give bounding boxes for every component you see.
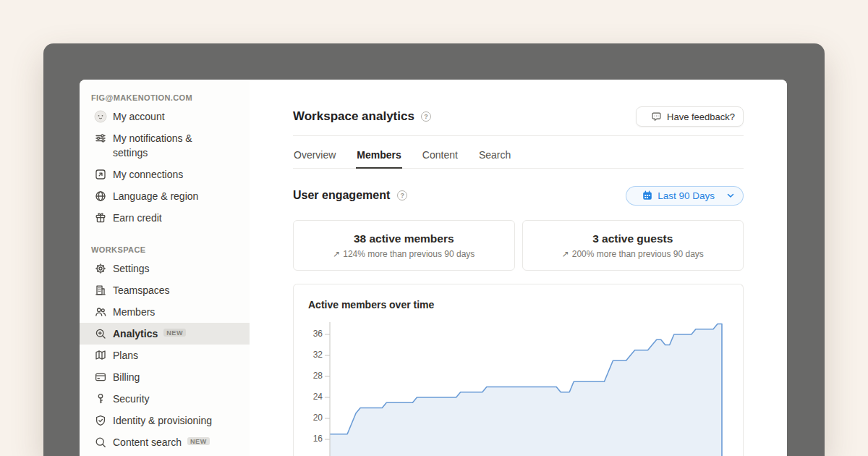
- header-divider: [293, 135, 744, 136]
- sidebar-item-teamspaces[interactable]: Teamspaces: [80, 279, 250, 301]
- chart-area-fill: [330, 324, 722, 456]
- stat-value: 38 active members: [354, 232, 454, 245]
- feedback-bubble-icon: [651, 111, 662, 122]
- sidebar-item-label: Content search: [113, 435, 182, 449]
- sidebar-item-label: Teamspaces: [113, 283, 170, 297]
- shield-check-icon: [94, 414, 107, 427]
- calendar-icon: [642, 190, 652, 200]
- macos-window: FIG@MAKENOTION.COM My account My notific…: [43, 43, 825, 456]
- window-titlebar: [43, 43, 825, 80]
- sidebar-item-label: Plans: [113, 348, 138, 363]
- sidebar-item-my-notifications-settings[interactable]: My notifications & settings: [80, 127, 250, 164]
- settings-modal: FIG@MAKENOTION.COM My account My notific…: [80, 80, 787, 456]
- tab-content[interactable]: Content: [422, 143, 459, 168]
- settings-content: Workspace analytics ? Have feedback? Ove…: [250, 80, 787, 456]
- analytics-tabs: OverviewMembersContentSearch: [293, 143, 744, 169]
- account-nav: My account My notifications & settings M…: [80, 106, 250, 229]
- sidebar-item-label: Settings: [113, 261, 150, 276]
- have-feedback-label: Have feedback?: [667, 111, 735, 122]
- magnifier-icon: [94, 436, 107, 449]
- globe-icon: [94, 190, 107, 203]
- sidebar-item-security[interactable]: Security: [80, 388, 250, 410]
- help-icon[interactable]: ?: [397, 190, 407, 200]
- sidebar-item-label: Members: [113, 305, 155, 319]
- avatar-icon: [94, 110, 107, 123]
- sidebar-item-members[interactable]: Members: [80, 301, 250, 323]
- sidebar-item-label: My connections: [113, 167, 183, 182]
- people-icon: [94, 305, 107, 318]
- key-icon: [94, 392, 107, 405]
- workspace-nav: Settings Teamspaces Members Analytics NE…: [80, 258, 250, 453]
- sidebar-item-label: Identity & provisioning: [113, 413, 212, 428]
- have-feedback-button[interactable]: Have feedback?: [636, 106, 744, 127]
- page-background: FIG@MAKENOTION.COM My account My notific…: [0, 0, 868, 456]
- gear-icon: [94, 262, 107, 275]
- new-badge: NEW: [187, 437, 210, 445]
- gift-icon: [94, 211, 107, 224]
- sliders-icon: [94, 132, 107, 145]
- stat-card: 3 active guests ↗ 200% more than previou…: [522, 220, 744, 271]
- sidebar-item-label: Language & region: [113, 189, 198, 203]
- sidebar-item-my-connections[interactable]: My connections: [80, 164, 250, 185]
- sidebar-item-identity-provisioning[interactable]: Identity & provisioning: [80, 410, 250, 431]
- tab-members[interactable]: Members: [356, 143, 401, 168]
- tab-overview[interactable]: Overview: [293, 143, 336, 168]
- chevron-down-icon: [727, 193, 734, 198]
- trend-up-icon: ↗: [333, 249, 340, 259]
- active-members-chart-card: Active members over time 363228242016: [293, 284, 744, 456]
- chart-plot-svg: [294, 284, 744, 456]
- tab-search[interactable]: Search: [478, 143, 511, 168]
- sidebar-item-content-search[interactable]: Content search NEW: [80, 431, 250, 453]
- sidebar-item-analytics[interactable]: Analytics NEW: [80, 323, 250, 345]
- sidebar-item-label: Earn credit: [113, 211, 162, 225]
- settings-sidebar: FIG@MAKENOTION.COM My account My notific…: [80, 80, 250, 456]
- stat-value: 3 active guests: [592, 232, 673, 245]
- sidebar-item-my-account[interactable]: My account: [80, 106, 250, 127]
- stat-delta-text: 200% more than previous 90 days: [572, 249, 704, 259]
- user-engagement-row: User engagement ? Last 90 Days: [293, 185, 744, 206]
- sidebar-item-settings[interactable]: Settings: [80, 258, 250, 279]
- sidebar-item-label: My notifications & settings: [113, 131, 227, 160]
- sidebar-item-billing[interactable]: Billing: [80, 366, 250, 388]
- sidebar-item-label: My account: [113, 109, 165, 124]
- workspace-header: WORKSPACE: [80, 242, 250, 258]
- credit-card-icon: [94, 371, 107, 384]
- sidebar-item-language-region[interactable]: Language & region: [80, 185, 250, 207]
- section-title: User engagement: [293, 189, 390, 202]
- arrow-up-right-box-icon: [94, 168, 107, 181]
- sidebar-item-label: Analytics: [113, 326, 158, 341]
- sidebar-item-label: Billing: [113, 370, 140, 384]
- date-range-label: Last 90 Days: [658, 190, 715, 201]
- stat-delta-text: 124% more than previous 90 days: [343, 249, 475, 259]
- analytics-header-row: Workspace analytics ? Have feedback?: [293, 106, 744, 127]
- stat-cards-row: 38 active members ↗ 124% more than previ…: [293, 220, 744, 271]
- zoom-plus-icon: [94, 327, 107, 340]
- stat-delta: ↗ 200% more than previous 90 days: [562, 249, 704, 259]
- date-range-dropdown[interactable]: Last 90 Days: [626, 186, 744, 206]
- page-title: Workspace analytics: [293, 109, 414, 124]
- trend-up-icon: ↗: [562, 249, 569, 259]
- sidebar-item-label: Security: [113, 392, 150, 406]
- sidebar-item-plans[interactable]: Plans: [80, 345, 250, 366]
- help-icon[interactable]: ?: [421, 111, 431, 122]
- sidebar-item-earn-credit[interactable]: Earn credit: [80, 207, 250, 229]
- new-badge: NEW: [163, 329, 186, 337]
- stat-delta: ↗ 124% more than previous 90 days: [333, 249, 475, 259]
- building-icon: [94, 284, 107, 297]
- stat-card: 38 active members ↗ 124% more than previ…: [293, 220, 515, 271]
- map-icon: [94, 349, 107, 362]
- account-email-header: FIG@MAKENOTION.COM: [80, 90, 250, 106]
